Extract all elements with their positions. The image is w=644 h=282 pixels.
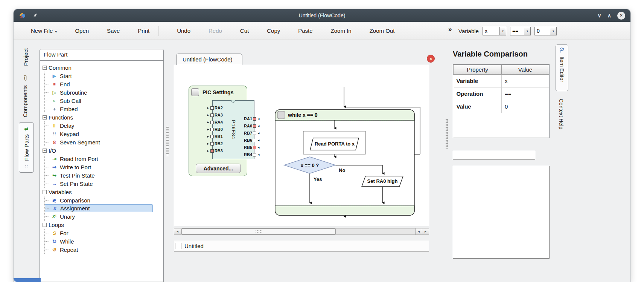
tree-item-set-pin-state[interactable]: → Set Pin State (45, 179, 162, 188)
collapse-icon[interactable]: − (43, 149, 47, 153)
cut-button[interactable]: Cut (240, 28, 249, 34)
decision-label: x == 0 ? (301, 162, 319, 168)
tree-children-functions: ‖ Delay ⠿ Keypad 8 Seven Segment (44, 121, 162, 146)
splitter-handle[interactable] (166, 126, 169, 156)
tree-item-delay[interactable]: ‖ Delay (45, 121, 162, 130)
tree-item-embed[interactable]: + Embed (45, 105, 162, 113)
set-ra0-shape[interactable]: Set RA0 high (362, 176, 403, 187)
maximize-icon[interactable]: ∧ (607, 12, 611, 18)
flowchart-drawing: while x == 0 Read PORTA to x (174, 65, 429, 227)
tree-item-test-pin-state[interactable]: ↪ Test Pin State (45, 171, 162, 179)
tree-item-seven-segment[interactable]: 8 Seven Segment (45, 138, 162, 146)
paste-button[interactable]: Paste (298, 28, 312, 34)
tree-item-repeat[interactable]: ↺ Repeat (45, 245, 162, 254)
tree-item-keypad[interactable]: ⠿ Keypad (45, 130, 162, 138)
tab-item-editor[interactable]: Item Editor (556, 44, 568, 91)
toolbar-overflow-icon[interactable]: » (448, 26, 452, 33)
operator-combo-arrow-icon[interactable]: ▾ (524, 27, 531, 35)
tree-connector (45, 142, 49, 143)
collapse-icon[interactable]: − (43, 190, 47, 194)
zoom-out-button[interactable]: Zoom Out (370, 28, 395, 34)
value-combo-arrow-icon[interactable]: ▾ (550, 27, 557, 35)
no-branch-label: No (339, 167, 345, 173)
tab-components[interactable]: Components (22, 75, 28, 117)
collapse-icon[interactable]: − (43, 223, 47, 227)
tree-connector (45, 76, 49, 76)
property-value[interactable]: 0 (502, 100, 549, 113)
print-button[interactable]: Print (138, 28, 149, 34)
scrollbar-thumb[interactable] (181, 228, 336, 234)
operator-combobox[interactable]: ▾ (510, 27, 531, 35)
shade-icon[interactable]: ∨ (598, 12, 601, 18)
tree-item-assignment[interactable]: x Assignment (45, 204, 153, 212)
tree-item-subroutine[interactable]: ▷ Subroutine (45, 88, 162, 97)
property-name: Value (454, 100, 502, 113)
property-value[interactable]: x (502, 75, 549, 87)
tree-item-label: Assignment (60, 205, 90, 212)
tree-group-loops[interactable]: − Loops (43, 221, 162, 229)
scroll-right-icon[interactable]: ▸ (422, 228, 429, 234)
sub-call-icon: ▹ (51, 98, 58, 103)
collapse-icon[interactable]: − (43, 115, 47, 120)
tab-project[interactable]: Project (23, 48, 29, 66)
variable-combo-arrow-icon[interactable]: ▾ (499, 27, 506, 35)
tree-connector (45, 159, 49, 159)
value-combobox[interactable]: ▾ (534, 27, 557, 35)
variable-combo-field[interactable] (483, 27, 500, 35)
tree-children-variables: ≷ Comparison x Assignment x¹ Unary (44, 196, 162, 221)
save-button[interactable]: Save (107, 28, 120, 34)
undo-button[interactable]: Undo (177, 28, 190, 34)
properties-text-input[interactable] (453, 151, 535, 160)
tab-project-label: Project (23, 48, 29, 66)
scroll-left-icon[interactable]: ◂ (174, 228, 181, 234)
value-combo-field[interactable] (534, 27, 550, 35)
close-window-icon[interactable]: × (617, 12, 625, 20)
tree-item-sub-call[interactable]: ▹ Sub Call (45, 97, 162, 105)
embed-icon: + (51, 106, 58, 112)
open-button[interactable]: Open (75, 28, 89, 34)
window-title: Untitled (FlowCode) (14, 12, 630, 18)
flowchart-canvas[interactable]: PIC Settings P16F84 ► RA2 ► RA3 ► (174, 65, 429, 227)
new-file-dropdown-icon[interactable]: ▾ (55, 29, 57, 34)
redo-button: Redo (209, 28, 222, 34)
document-close-icon[interactable]: × (427, 55, 435, 63)
tree-group-variables[interactable]: − Variables (43, 188, 162, 196)
tree-group-functions[interactable]: − Functions (43, 113, 162, 121)
tab-context-help[interactable]: Context Help (558, 99, 564, 129)
tab-flow-parts[interactable]: ⇄ Flow Parts ∷ (19, 122, 34, 173)
tree-item-read-from-port[interactable]: ⇥ Read from Port (45, 155, 162, 163)
grip-dots-icon: ∷ (25, 164, 28, 169)
copy-button[interactable]: Copy (267, 28, 280, 34)
tree-item-comparison[interactable]: ≷ Comparison (45, 196, 162, 204)
assignment-icon: x (51, 205, 58, 211)
operator-combo-field[interactable] (510, 27, 524, 35)
tree-item-label: For (60, 230, 69, 236)
tree-group-common[interactable]: − Common (43, 63, 162, 72)
variable-combobox[interactable]: ▾ (483, 27, 506, 35)
tree-connector (45, 167, 49, 167)
read-porta-shape[interactable]: Read PORTA to x (303, 131, 365, 154)
end-icon: ■ (51, 82, 58, 86)
macro-tab-strip[interactable]: Untitled (174, 241, 429, 252)
tree-item-start[interactable]: ▶ Start (45, 72, 162, 80)
new-file-button[interactable]: New File▾ (31, 28, 57, 34)
tree-item-unary[interactable]: x¹ Unary (45, 212, 162, 221)
tree-item-write-to-port[interactable]: ⇒ Write to Port (45, 163, 162, 171)
scroll-left-icon[interactable]: ◂ (415, 228, 422, 234)
tree-item-end[interactable]: ■ End (45, 80, 162, 88)
splitter-handle[interactable] (446, 118, 448, 149)
tree-connector (45, 200, 49, 201)
tree-group-io[interactable]: − I/O (43, 146, 162, 155)
scrollbar-track[interactable] (181, 228, 415, 234)
scrollbar-grip (255, 230, 262, 233)
tree-item-while[interactable]: ↻ While (45, 237, 162, 245)
comparison-icon: ≷ (51, 198, 58, 203)
zoom-in-button[interactable]: Zoom In (331, 28, 352, 34)
document-tab[interactable]: Untitled (FlowCode) (176, 54, 242, 65)
tree-item-for[interactable]: S For (45, 229, 162, 237)
collapse-icon[interactable]: − (43, 66, 47, 70)
properties-list-box[interactable] (453, 166, 550, 259)
macro-tab-icon[interactable] (175, 243, 181, 249)
horizontal-scrollbar[interactable]: ◂ ◂ ▸ (174, 228, 429, 235)
property-value[interactable]: == (502, 87, 549, 100)
